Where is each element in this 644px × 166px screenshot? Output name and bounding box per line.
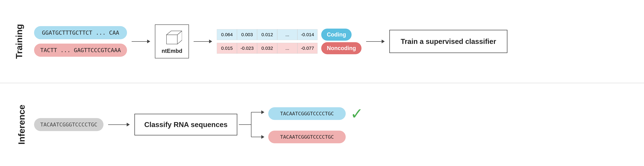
inference-section: Inference TACAATCGGGTCCCCTGC Classify RN…	[0, 83, 644, 166]
cell-1-5: -0.014	[297, 29, 318, 40]
cube-icon	[162, 29, 182, 47]
sequence-1: GGATGCTTTGCTTCT ... CAA	[34, 26, 127, 39]
cell-2-4: ...	[277, 43, 297, 54]
embedding-table: 0.064 0.003 0.012 ... -0.014 Coding 0.01…	[217, 29, 362, 54]
fork-arrows-icon	[239, 103, 267, 146]
training-label: Training	[14, 24, 24, 59]
classifier-box: Train a supervised classifier	[389, 30, 508, 53]
cell-1-1: 0.064	[217, 29, 237, 40]
inference-input: TACAATCGGGTCCCCTGC	[34, 118, 104, 131]
cell-2-3: 0.032	[257, 43, 277, 54]
cell-2-5: -0.077	[297, 43, 318, 54]
diagram-container: Training GGATGCTTTGCTTCT ... CAA TACTT .…	[0, 0, 644, 166]
classify-box: Classify RNA sequences	[134, 114, 237, 135]
embedding-row-2: 0.015 -0.023 0.032 ... -0.077 Noncoding	[217, 42, 362, 54]
noncoding-badge: Noncoding	[321, 42, 362, 54]
cell-2-1: 0.015	[217, 43, 237, 54]
arrow-inf-1	[108, 123, 130, 126]
svg-marker-9	[261, 135, 264, 139]
inference-output-2: TACAATCGGGTCCCCTGC	[268, 131, 346, 143]
cell-2-2: -0.023	[237, 43, 257, 54]
inference-output-row-1: TACAATCGGGTCCCCTGC ✓	[268, 106, 363, 121]
arrow-2	[194, 40, 212, 43]
coding-badge: Coding	[321, 29, 352, 41]
sequence-2: TACTT ... GAGTTCCCGTCAAA	[34, 44, 127, 57]
embedding-row-1: 0.064 0.003 0.012 ... -0.014 Coding	[217, 29, 362, 41]
arrow-1	[132, 40, 150, 43]
svg-marker-0	[166, 35, 177, 44]
training-sequences: GGATGCTTTGCTTCT ... CAA TACTT ... GAGTTC…	[34, 26, 127, 57]
ntembd-box: ntEmbd	[155, 24, 189, 58]
arrow-3	[366, 40, 385, 43]
checkmark-icon: ✓	[350, 106, 363, 121]
cell-1-4: ...	[277, 29, 297, 40]
cell-1-2: 0.003	[237, 29, 257, 40]
svg-marker-6	[261, 110, 264, 114]
inference-output-row-2: TACAATCGGGTCCCCTGC	[268, 131, 363, 143]
training-section: Training GGATGCTTTGCTTCT ... CAA TACTT .…	[0, 0, 644, 83]
ntembd-label: ntEmbd	[162, 48, 182, 54]
inference-output-1: TACAATCGGGTCCCCTGC	[268, 107, 346, 120]
inference-label: Inference	[16, 105, 26, 145]
inference-outputs: TACAATCGGGTCCCCTGC ✓ TACAATCGGGTCCCCTGC	[268, 106, 363, 143]
cell-1-3: 0.012	[257, 29, 277, 40]
